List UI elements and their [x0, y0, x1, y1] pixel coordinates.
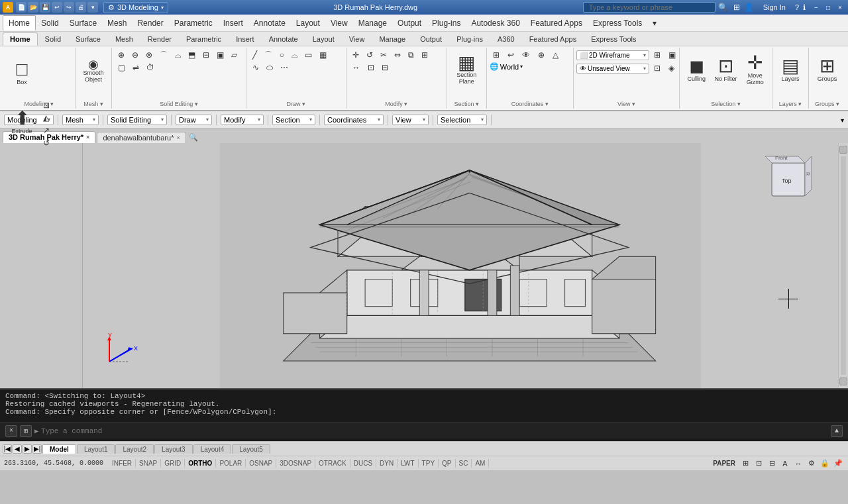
world-dropdown[interactable]: 🌐 World ▾ — [490, 62, 523, 71]
help-button[interactable]: ? — [795, 3, 799, 11]
loft-button[interactable]: ◭ — [40, 112, 53, 124]
revolve-button[interactable]: ↺ — [40, 137, 53, 149]
view-list-btn3[interactable]: ⊡ — [651, 62, 664, 74]
menu-layout[interactable]: Layout — [291, 16, 325, 30]
mirror-button[interactable]: ⇔ — [391, 49, 404, 61]
menu-express-tools[interactable]: Express Tools — [588, 16, 647, 30]
menu-featured-apps[interactable]: Featured Apps — [525, 16, 588, 30]
menu-mesh[interactable]: Mesh — [102, 16, 132, 30]
status-otrack[interactable]: OTRACK — [315, 459, 350, 468]
intersect-button[interactable]: ⊗ — [142, 49, 156, 61]
sign-in-button[interactable]: Sign In — [763, 3, 786, 11]
layout-nav-next[interactable]: ▶ — [23, 444, 32, 454]
status-osnap[interactable]: OSNAP — [246, 459, 276, 468]
status-viewport-btn[interactable]: ⊞ — [739, 458, 751, 470]
culling-button[interactable]: ◼ Culling — [682, 49, 710, 90]
tab-view[interactable]: View — [342, 32, 372, 46]
modify-dropdown[interactable]: Modify ▾ — [221, 115, 264, 125]
hatch-button[interactable]: ▦ — [316, 49, 330, 61]
tab-surface[interactable]: Surface — [68, 32, 108, 46]
status-infer[interactable]: INFER — [109, 459, 136, 468]
groups-button[interactable]: ⊞ Groups — [811, 49, 844, 90]
menu-manage[interactable]: Manage — [353, 16, 392, 30]
qa-dropdown[interactable]: ▾ — [87, 2, 98, 13]
solid-editing-dropdown[interactable]: Solid Editing ▾ — [107, 115, 167, 125]
view-list-btn4[interactable]: ◈ — [665, 62, 678, 74]
menu-surface[interactable]: Surface — [64, 16, 102, 30]
menu-more[interactable]: ▾ — [647, 16, 662, 30]
doc-tab-2[interactable]: denahawalbantubaru* × — [97, 132, 186, 143]
line-button[interactable]: ╱ — [249, 49, 260, 61]
ucs-prev-button[interactable]: ↩ — [504, 49, 517, 61]
undo-button[interactable]: ↩ — [52, 2, 62, 13]
cmd-zoom-btn[interactable]: ⊞ — [20, 425, 32, 437]
status-qp[interactable]: QP — [439, 459, 455, 468]
status-ortho[interactable]: ORTHO — [185, 459, 216, 468]
draw-more-button[interactable]: ⋯ — [277, 62, 292, 74]
trim-button[interactable]: ✂ — [377, 49, 390, 61]
tab-output[interactable]: Output — [413, 32, 449, 46]
slice-button[interactable]: ⊟ — [199, 49, 213, 61]
status-grid[interactable]: GRID — [161, 459, 185, 468]
menu-annotate[interactable]: Annotate — [248, 16, 291, 30]
status-custom-btn[interactable]: ⊟ — [766, 458, 778, 470]
tab-search-button[interactable]: 🔍 — [187, 131, 199, 143]
status-ducs[interactable]: DUCS — [350, 459, 376, 468]
view-toolbar-dropdown[interactable]: View ▾ — [392, 115, 429, 125]
array-button[interactable]: ⊟ — [378, 62, 392, 74]
menu-render[interactable]: Render — [132, 16, 168, 30]
layout-tab-3[interactable]: Layout3 — [154, 444, 193, 454]
menu-solid[interactable]: Solid — [36, 16, 64, 30]
offset-edge-button[interactable]: ▣ — [213, 49, 227, 61]
box-button[interactable]: □ Box — [5, 49, 38, 97]
spline-button[interactable]: ∿ — [249, 62, 262, 74]
search-input[interactable] — [583, 2, 716, 13]
workspace-selector[interactable]: ⚙ 3D Modeling ▾ — [103, 2, 168, 13]
scale-button[interactable]: ⊞ — [418, 49, 431, 61]
ribbon-collapse[interactable]: ▾ — [841, 116, 844, 124]
circle-button[interactable]: ○ — [276, 49, 288, 61]
status-am[interactable]: AM — [472, 459, 489, 468]
selection-dropdown[interactable]: Selection ▾ — [437, 115, 487, 125]
subtract-button[interactable]: ⊖ — [129, 49, 142, 61]
cmd-close-btn[interactable]: × — [5, 425, 17, 437]
polyline-button[interactable]: ⌒ — [261, 49, 276, 61]
status-dyn[interactable]: DYN — [376, 459, 398, 468]
thicken-button[interactable]: ▱ — [228, 49, 240, 61]
tab-mesh[interactable]: Mesh — [108, 32, 140, 46]
arc-button[interactable]: ⌓ — [288, 49, 301, 61]
view-preset-dropdown[interactable]: 👁 Unsaved View ▾ — [576, 64, 649, 74]
menu-home[interactable]: Home — [3, 15, 36, 30]
view-list-btn1[interactable]: ⊞ — [651, 49, 664, 61]
no-filter-button[interactable]: ⊡ No Filter — [712, 49, 739, 90]
status-pin-btn[interactable]: 📌 — [832, 458, 844, 470]
layout-tab-2[interactable]: Layout2 — [115, 444, 154, 454]
layers-button[interactable]: ▤ Layers — [774, 49, 807, 90]
doc-tab-1-close[interactable]: × — [86, 134, 89, 140]
tab-parametric[interactable]: Parametric — [179, 32, 229, 46]
menu-a360[interactable]: Autodesk 360 — [466, 16, 525, 30]
cmd-scroll-up[interactable]: ▲ — [831, 425, 843, 437]
move-gizmo-button[interactable]: ✛ Move Gizmo — [741, 49, 769, 90]
layout-nav-last[interactable]: ▶| — [32, 444, 42, 454]
sweep-button[interactable]: ↗ — [40, 125, 53, 136]
layout-nav-prev[interactable]: ◀ — [13, 444, 22, 454]
tab-insert[interactable]: Insert — [229, 32, 262, 46]
tab-featured-apps[interactable]: Featured Apps — [522, 32, 584, 46]
restore-button[interactable]: □ — [823, 2, 833, 13]
layout-nav-first[interactable]: |◀ — [3, 444, 12, 454]
layout-tab-5[interactable]: Layout5 — [232, 444, 270, 454]
minimize-button[interactable]: − — [811, 2, 822, 13]
tab-a360[interactable]: A360 — [490, 32, 522, 46]
coordinates-dropdown[interactable]: Coordinates ▾ — [324, 115, 384, 125]
status-sc[interactable]: SC — [456, 459, 472, 468]
layout-tab-model[interactable]: Model — [42, 444, 76, 454]
section-dropdown[interactable]: Section ▾ — [272, 115, 315, 125]
tab-layout[interactable]: Layout — [305, 32, 342, 46]
move-button[interactable]: ✛ — [349, 49, 362, 61]
extrude-faces-button[interactable]: ⬒ — [185, 49, 199, 61]
ucs-origin-button[interactable]: ⊕ — [535, 49, 548, 61]
menu-parametric[interactable]: Parametric — [169, 16, 218, 30]
chamfer-edge-button[interactable]: ⌓ — [172, 49, 184, 61]
smooth-object-button[interactable]: ◉ Smooth Object — [77, 50, 110, 91]
